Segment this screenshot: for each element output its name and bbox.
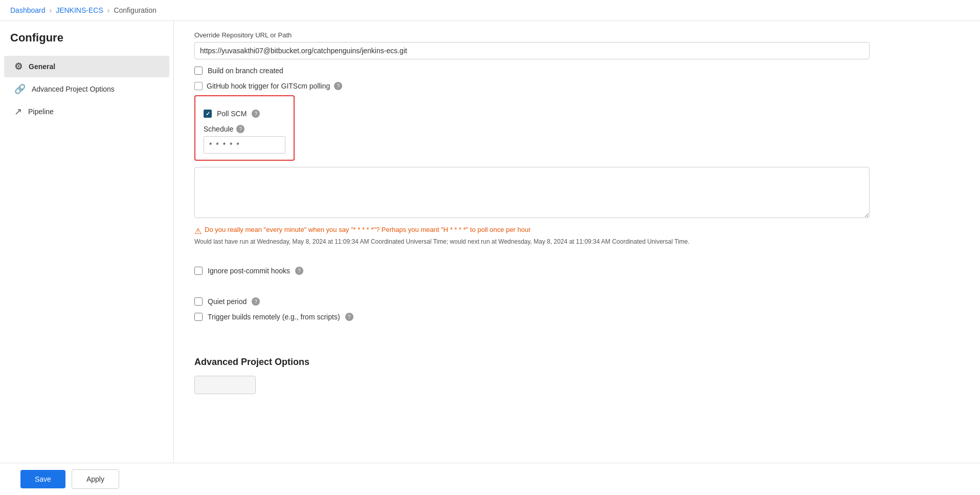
pipeline-icon: ↗ xyxy=(14,106,22,117)
advanced-options-placeholder xyxy=(194,376,256,394)
schedule-label-row: Schedule ? xyxy=(204,125,285,133)
poll-scm-checkbox[interactable] xyxy=(204,110,212,118)
github-hook-row: GitHub hook trigger for GITScm polling ? xyxy=(194,82,870,90)
ignore-post-commit-checkbox[interactable] xyxy=(194,267,203,275)
breadcrumb-project[interactable]: JENKINS-ECS xyxy=(56,6,103,14)
ignore-post-help-icon[interactable]: ? xyxy=(295,267,303,275)
warning-box: ⚠ Do you really mean "every minute" when… xyxy=(194,226,870,245)
build-on-branch-row: Build on branch created xyxy=(194,67,870,75)
warning-text-row: ⚠ Do you really mean "every minute" when… xyxy=(194,226,870,236)
trigger-builds-row: Trigger builds remotely (e.g., from scri… xyxy=(194,313,870,321)
quiet-period-label[interactable]: Quiet period xyxy=(208,297,247,306)
run-info-text: Would last have run at Wednesday, May 8,… xyxy=(194,238,870,245)
build-on-branch-checkbox[interactable] xyxy=(194,67,203,75)
gear-icon: ⚙ xyxy=(14,61,23,72)
schedule-textarea[interactable] xyxy=(194,167,870,218)
save-button[interactable]: Save xyxy=(20,470,65,488)
sidebar-item-label-advanced: Advanced Project Options xyxy=(32,85,115,93)
github-hook-help-icon[interactable]: ? xyxy=(334,82,342,90)
poll-scm-row: Poll SCM ? xyxy=(204,110,285,118)
advanced-section-heading: Advanced Project Options xyxy=(194,357,870,368)
poll-scm-label: Poll SCM xyxy=(217,110,247,118)
sidebar-item-pipeline[interactable]: ↗ Pipeline xyxy=(4,101,169,122)
sidebar-title: Configure xyxy=(0,31,173,55)
override-repo-label: Override Repository URL or Path xyxy=(194,31,870,39)
build-on-branch-label[interactable]: Build on branch created xyxy=(208,67,283,75)
warning-icon: ⚠ xyxy=(194,226,202,236)
sidebar: Configure ⚙ General 🔗 Advanced Project O… xyxy=(0,21,174,495)
ignore-post-commit-label[interactable]: Ignore post-commit hooks xyxy=(208,267,290,275)
ignore-post-commit-row: Ignore post-commit hooks ? xyxy=(194,267,870,275)
trigger-builds-checkbox[interactable] xyxy=(194,313,203,321)
breadcrumb-dashboard[interactable]: Dashboard xyxy=(10,6,46,14)
sidebar-item-label-general: General xyxy=(29,62,55,71)
main-content: Override Repository URL or Path Build on… xyxy=(174,21,980,495)
trigger-builds-label[interactable]: Trigger builds remotely (e.g., from scri… xyxy=(208,313,340,321)
schedule-label-text: Schedule xyxy=(204,125,233,133)
poll-scm-help-icon[interactable]: ? xyxy=(252,110,260,118)
breadcrumb-page: Configuration xyxy=(114,6,156,14)
quiet-period-checkbox[interactable] xyxy=(194,297,203,306)
sidebar-item-general[interactable]: ⚙ General xyxy=(4,56,169,77)
bottom-bar: Save Apply xyxy=(0,463,980,495)
warning-message: Do you really mean "every minute" when y… xyxy=(205,226,531,233)
link-icon: 🔗 xyxy=(14,83,26,95)
apply-button[interactable]: Apply xyxy=(72,469,119,489)
sidebar-item-advanced[interactable]: 🔗 Advanced Project Options xyxy=(4,78,169,100)
quiet-period-help-icon[interactable]: ? xyxy=(252,297,260,306)
trigger-builds-help-icon[interactable]: ? xyxy=(345,313,353,321)
schedule-help-icon[interactable]: ? xyxy=(236,125,244,133)
sidebar-item-label-pipeline: Pipeline xyxy=(28,107,54,116)
poll-scm-section: Poll SCM ? Schedule ? xyxy=(194,95,295,161)
github-hook-label: GitHub hook trigger for GITScm polling xyxy=(207,82,330,90)
repo-url-input[interactable] xyxy=(194,42,870,59)
breadcrumb: Dashboard › JENKINS-ECS › Configuration xyxy=(0,0,980,21)
github-hook-checkbox[interactable] xyxy=(194,82,203,90)
quiet-period-row: Quiet period ? xyxy=(194,297,870,306)
schedule-input[interactable] xyxy=(204,136,285,154)
